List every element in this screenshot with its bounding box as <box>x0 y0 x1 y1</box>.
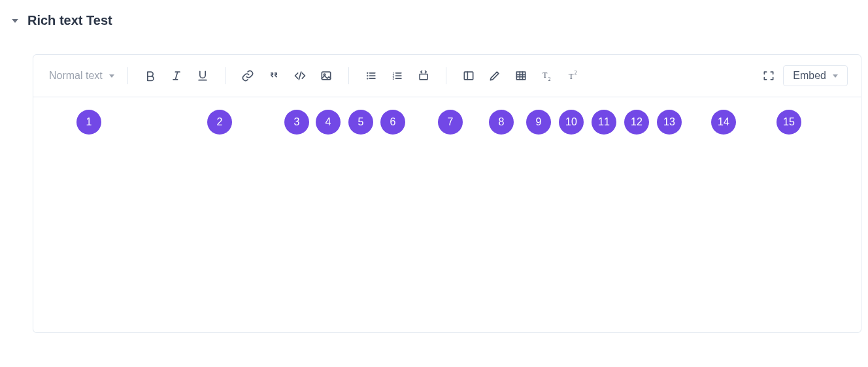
subscript-icon: T2 <box>541 69 554 82</box>
bold-button[interactable] <box>139 64 162 88</box>
code-icon <box>293 69 307 82</box>
annotation-marker[interactable]: 11 <box>592 110 616 135</box>
svg-text:2: 2 <box>548 76 550 82</box>
editor-toolbar: Normal text <box>33 55 861 97</box>
annotation-marker[interactable]: 10 <box>559 110 584 135</box>
blockquote-button[interactable] <box>262 64 286 88</box>
text-style-dropdown[interactable]: Normal text <box>46 69 117 83</box>
annotation-marker[interactable]: 5 <box>348 110 373 135</box>
svg-text:T: T <box>569 72 573 81</box>
annotation-marker[interactable]: 15 <box>776 110 801 135</box>
italic-button[interactable] <box>165 64 188 88</box>
annotation-marker[interactable]: 7 <box>438 110 463 135</box>
table-button[interactable] <box>509 64 533 88</box>
chevron-down-icon <box>833 74 838 78</box>
svg-rect-0 <box>322 72 330 80</box>
fullscreen-icon <box>762 69 775 82</box>
quote-icon <box>267 69 280 82</box>
annotation-marker[interactable]: 8 <box>489 110 514 135</box>
link-icon <box>241 69 254 82</box>
fullscreen-button[interactable] <box>757 64 780 88</box>
svg-point-3 <box>367 76 368 76</box>
svg-rect-8 <box>464 72 473 80</box>
panel-button[interactable] <box>457 64 480 88</box>
annotation-marker[interactable]: 4 <box>316 110 341 135</box>
svg-text:3: 3 <box>392 76 394 80</box>
annotation-marker[interactable]: 9 <box>526 110 551 135</box>
embed-label: Embed <box>793 70 826 82</box>
highlight-button[interactable] <box>483 64 507 88</box>
text-style-label: Normal text <box>49 70 103 82</box>
underline-icon <box>196 69 209 82</box>
superscript-icon: T2 <box>567 69 580 82</box>
section-title: Rich text Test <box>27 13 112 28</box>
numbered-list-icon: 123 <box>391 69 404 82</box>
collapse-toggle-icon[interactable] <box>12 19 18 23</box>
annotation-marker[interactable]: 2 <box>207 110 232 135</box>
rich-text-editor: Normal text <box>33 54 861 333</box>
svg-point-2 <box>367 72 368 73</box>
table-icon <box>514 69 527 82</box>
editor-content-area[interactable]: 123456789101112131415 <box>33 97 861 332</box>
code-block-icon <box>417 69 430 82</box>
annotation-marker[interactable]: 13 <box>657 110 682 135</box>
svg-text:T: T <box>542 71 547 80</box>
embed-button[interactable]: Embed <box>783 65 848 86</box>
annotation-marker[interactable]: 14 <box>711 110 736 135</box>
code-block-button[interactable] <box>412 64 435 88</box>
italic-icon <box>170 69 183 82</box>
svg-text:2: 2 <box>574 70 576 76</box>
bullet-list-icon <box>365 69 378 82</box>
toolbar-divider <box>225 67 225 84</box>
underline-button[interactable] <box>191 64 214 88</box>
numbered-list-button[interactable]: 123 <box>386 64 409 88</box>
subscript-button[interactable]: T2 <box>535 64 559 88</box>
image-icon <box>320 69 333 82</box>
code-button[interactable] <box>288 64 312 88</box>
superscript-button[interactable]: T2 <box>561 64 585 88</box>
panel-icon <box>462 69 475 82</box>
toolbar-divider <box>127 67 128 84</box>
image-button[interactable] <box>314 64 338 88</box>
bold-icon <box>144 69 157 82</box>
link-button[interactable] <box>236 64 259 88</box>
bullet-list-button[interactable] <box>359 64 383 88</box>
annotation-marker[interactable]: 3 <box>284 110 309 135</box>
pen-icon <box>488 69 501 82</box>
toolbar-divider <box>348 67 349 84</box>
svg-rect-9 <box>516 72 525 80</box>
chevron-down-icon <box>109 74 114 78</box>
toolbar-divider <box>446 67 446 84</box>
svg-point-4 <box>367 78 368 79</box>
annotation-marker[interactable]: 6 <box>380 110 405 135</box>
marker-row: 123456789101112131415 <box>42 106 852 138</box>
annotation-marker[interactable]: 1 <box>76 110 101 135</box>
annotation-marker[interactable]: 12 <box>624 110 649 135</box>
